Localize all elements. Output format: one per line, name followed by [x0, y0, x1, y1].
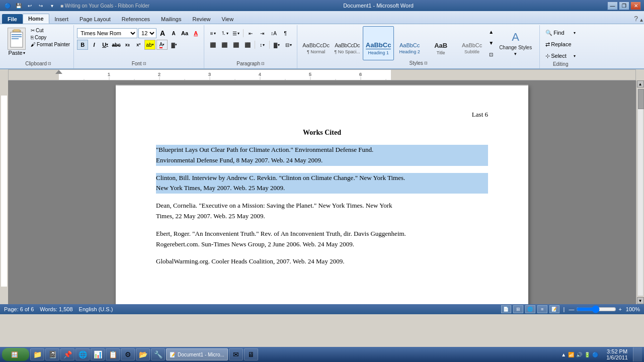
taskbar-vb-icon[interactable]: 📊 — [91, 348, 105, 360]
taskbar-onenote-icon[interactable]: 📓 — [45, 348, 59, 360]
indent-dec-button[interactable]: ⇤ — [245, 28, 256, 38]
shading-button[interactable]: ▓▾ — [169, 40, 180, 50]
restore-button[interactable]: ❐ — [619, 2, 629, 10]
taskbar-mail-icon[interactable]: ✉ — [229, 348, 243, 360]
tab-review[interactable]: Review — [187, 14, 216, 24]
clipboard-dialog-icon[interactable]: ⊡ — [48, 61, 51, 66]
border-button[interactable]: ⊟▾ — [283, 40, 294, 50]
strikethrough-button[interactable]: abc — [111, 40, 121, 50]
para-shading-button[interactable]: ▓▾ — [271, 40, 282, 50]
redo-icon[interactable]: ↪ — [36, 1, 45, 10]
change-styles-button[interactable]: A Change Styles ▾ — [495, 26, 536, 60]
styles-scroll-up-icon[interactable]: ▲ — [489, 29, 494, 35]
style-subtitle[interactable]: AaBbCc Subtitle — [456, 26, 488, 60]
subscript-button[interactable]: x₂ — [122, 40, 132, 50]
taskbar-browser-icon[interactable]: 🌐 — [75, 348, 90, 360]
numbering-button[interactable]: ⒈▾ — [219, 28, 230, 38]
view-fullscreen-button[interactable]: ⊞ — [513, 305, 523, 313]
styles-dialog-icon[interactable]: ⊡ — [424, 61, 428, 65]
align-right-button[interactable]: ⬛ — [230, 40, 242, 50]
tray-sound-icon[interactable]: 🔊 — [576, 352, 582, 357]
show-marks-button[interactable]: ¶ — [280, 28, 291, 38]
change-styles-dropdown-icon[interactable]: ▾ — [514, 51, 517, 56]
style-title[interactable]: AaB Title — [425, 26, 456, 60]
zoom-in-icon[interactable]: + — [618, 306, 621, 312]
font-name-select[interactable]: Times New Rom — [77, 28, 137, 38]
italic-button[interactable]: I — [89, 40, 99, 50]
taskbar-word-app[interactable]: 📝 Document1 - Micro... — [166, 348, 228, 360]
paragraph-dialog-icon[interactable]: ⊡ — [261, 61, 265, 66]
paste-button[interactable]: Paste ▾ — [5, 26, 28, 57]
zoom-slider[interactable] — [576, 305, 616, 313]
bold-button[interactable]: B — [77, 40, 88, 50]
show-desktop-button[interactable] — [633, 347, 642, 361]
minimize-button[interactable]: — — [607, 2, 618, 10]
tab-home[interactable]: Home — [23, 14, 49, 24]
format-painter-button[interactable]: 🖌 Format Painter — [29, 41, 71, 48]
font-shrink-button[interactable]: A — [169, 28, 179, 38]
taskbar-wrench-icon[interactable]: 🔧 — [151, 348, 165, 360]
save-icon[interactable]: 💾 — [14, 1, 23, 10]
quickaccess-dropdown-icon[interactable]: ▾ — [47, 1, 56, 10]
view-outline-button[interactable]: ≡ — [537, 305, 547, 313]
tray-network-icon[interactable]: 📶 — [568, 352, 574, 357]
ribbon-collapse-icon[interactable]: ▲ — [639, 17, 644, 23]
view-web-button[interactable]: 🌐 — [525, 305, 535, 313]
view-print-button[interactable]: 📄 — [501, 305, 511, 313]
tray-up-icon[interactable]: ▲ — [561, 352, 566, 357]
bullets-button[interactable]: ≡▾ — [207, 28, 218, 38]
font-case-button[interactable]: Aa — [180, 28, 190, 38]
select-dropdown-icon[interactable]: ▾ — [574, 54, 576, 58]
line-spacing-button[interactable]: ↕▾ — [257, 40, 268, 50]
superscript-button[interactable]: x² — [133, 40, 143, 50]
text-highlight-button[interactable]: ab▾ — [144, 40, 155, 50]
copy-button[interactable]: ⎘ Copy — [29, 34, 71, 41]
taskbar-clipboard-icon[interactable]: 📋 — [106, 348, 120, 360]
styles-scroll-down-icon[interactable]: ▼ — [489, 40, 494, 46]
font-grow-button[interactable]: A — [157, 28, 168, 38]
scroll-up-button[interactable]: ▲ — [637, 80, 644, 87]
select-button[interactable]: ⊹ Select ▾ — [543, 50, 578, 61]
view-draft-button[interactable]: 📝 — [549, 305, 559, 313]
underline-button[interactable]: U▾ — [100, 40, 110, 50]
tab-references[interactable]: References — [116, 14, 155, 24]
font-size-select[interactable]: 12 — [138, 28, 156, 38]
find-dropdown-icon[interactable]: ▾ — [574, 31, 576, 35]
style-heading1[interactable]: AaBbCc Heading 1 — [363, 26, 394, 60]
vertical-scrollbar[interactable]: ▲ ▼ — [636, 80, 644, 304]
align-center-button[interactable]: ⬛ — [219, 40, 230, 50]
font-clear-button[interactable]: A — [191, 28, 201, 38]
replace-button[interactable]: ⇄ Replace — [543, 39, 578, 50]
close-button[interactable]: ✕ — [630, 2, 641, 10]
style-nospacing[interactable]: AaBbCcDc ¶ No Spaci... — [332, 26, 363, 60]
taskbar-screen-icon[interactable]: 🖥 — [244, 348, 258, 360]
tab-file[interactable]: File — [2, 14, 23, 24]
style-heading2[interactable]: AaBbCc Heading 2 — [394, 26, 425, 60]
font-color-button[interactable]: A▾ — [156, 40, 168, 50]
font-dialog-icon[interactable]: ⊡ — [143, 61, 146, 66]
tab-page-layout[interactable]: Page Layout — [74, 14, 116, 24]
ribbon-help-icon[interactable]: ? — [634, 15, 638, 23]
paste-dropdown-icon[interactable]: ▾ — [23, 51, 25, 55]
find-button[interactable]: 🔍 Find ▾ — [543, 27, 578, 38]
scroll-thumb[interactable] — [638, 89, 644, 109]
indent-inc-button[interactable]: ⇥ — [257, 28, 268, 38]
styles-more-icon[interactable]: ⊡ — [489, 52, 493, 57]
sort-button[interactable]: ↕A — [268, 28, 279, 38]
tray-extra-icon[interactable]: 🔵 — [592, 352, 598, 357]
style-normal[interactable]: AaBbCcDc ¶ Normal — [300, 26, 332, 60]
taskbar-clock[interactable]: 3:52 PM 1/6/2011 — [602, 348, 632, 360]
taskbar-explorer-button[interactable]: 📁 — [30, 348, 44, 360]
zoom-out-icon[interactable]: — — [569, 306, 574, 312]
tab-insert[interactable]: Insert — [49, 14, 74, 24]
cut-button[interactable]: ✂ Cut — [29, 27, 71, 34]
taskbar-settings-icon[interactable]: ⚙ — [121, 348, 135, 360]
undo-icon[interactable]: ↩ — [25, 1, 34, 10]
tab-view[interactable]: View — [216, 14, 239, 24]
multilevel-button[interactable]: ☰▾ — [230, 28, 242, 38]
scroll-down-button[interactable]: ▼ — [637, 297, 644, 304]
justify-button[interactable]: ⬛ — [242, 40, 253, 50]
taskbar-folder-icon[interactable]: 📂 — [136, 348, 150, 360]
align-left-button[interactable]: ⬛ — [207, 40, 218, 50]
document-area[interactable]: Last 6 Works Cited "Blueprint Lays Out C… — [0, 80, 644, 304]
